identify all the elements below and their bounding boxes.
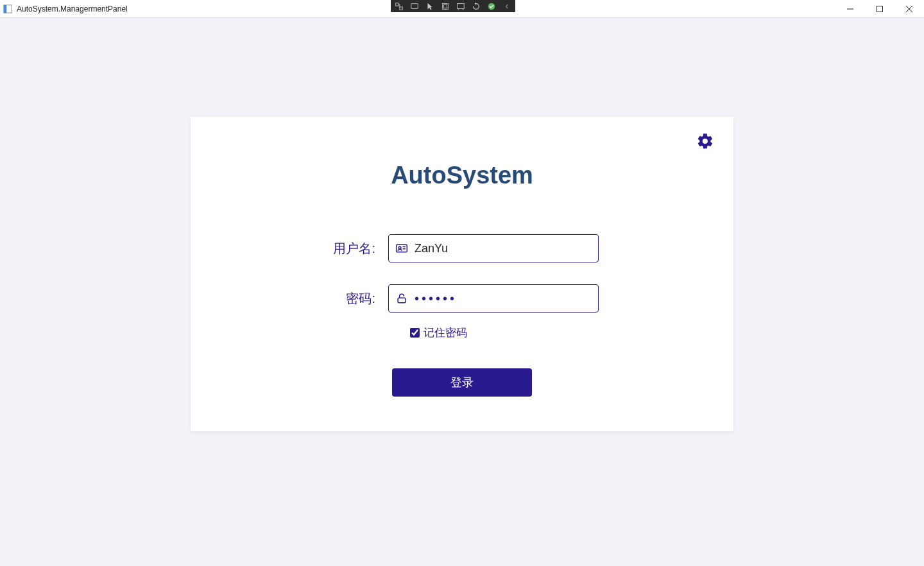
window-title: AutoSystem.ManagermentPanel xyxy=(17,4,128,13)
svg-rect-4 xyxy=(411,3,418,8)
minimize-button[interactable] xyxy=(835,0,865,18)
remember-checkbox[interactable] xyxy=(410,328,420,338)
password-label: 密码: xyxy=(325,290,375,307)
maximize-button[interactable] xyxy=(865,0,894,18)
live-visual-tree-icon[interactable] xyxy=(393,1,405,12)
password-input[interactable] xyxy=(415,291,592,306)
select-element-icon[interactable] xyxy=(409,1,420,12)
svg-rect-6 xyxy=(443,4,447,8)
username-input-wrap xyxy=(388,234,599,262)
status-ok-icon[interactable] xyxy=(486,1,497,12)
cursor-icon[interactable] xyxy=(424,1,436,12)
layout-adorners-icon[interactable] xyxy=(440,1,451,12)
remember-row: 记住密码 xyxy=(410,325,733,340)
login-button-row: 登录 xyxy=(191,368,733,397)
svg-rect-10 xyxy=(877,6,883,12)
collapse-icon[interactable] xyxy=(501,1,513,12)
track-focused-icon[interactable] xyxy=(455,1,466,12)
username-label: 用户名: xyxy=(325,240,375,257)
svg-rect-13 xyxy=(397,244,407,252)
login-card: AutoSystem 用户名: 密码: xyxy=(191,117,733,431)
username-input[interactable] xyxy=(415,242,592,255)
username-row: 用户名: xyxy=(191,234,733,262)
hot-reload-icon[interactable] xyxy=(470,1,482,12)
content-area: AutoSystem 用户名: 密码: xyxy=(0,18,924,566)
settings-button[interactable] xyxy=(696,132,714,150)
login-button[interactable]: 登录 xyxy=(392,368,532,397)
ide-debug-toolbar xyxy=(391,0,515,12)
svg-rect-7 xyxy=(458,3,465,8)
lock-icon xyxy=(395,292,408,305)
svg-rect-1 xyxy=(4,4,6,12)
titlebar: AutoSystem.ManagermentPanel xyxy=(0,0,924,18)
remember-label[interactable]: 记住密码 xyxy=(424,325,467,340)
password-input-wrap xyxy=(388,284,599,313)
window-controls xyxy=(835,0,924,18)
svg-point-14 xyxy=(398,246,401,249)
svg-rect-17 xyxy=(398,298,406,303)
password-row: 密码: xyxy=(191,284,733,313)
svg-rect-3 xyxy=(400,6,402,9)
app-icon xyxy=(3,4,13,14)
app-title: AutoSystem xyxy=(191,162,733,189)
svg-rect-2 xyxy=(396,3,398,5)
close-button[interactable] xyxy=(894,0,924,18)
user-card-icon xyxy=(395,242,408,255)
